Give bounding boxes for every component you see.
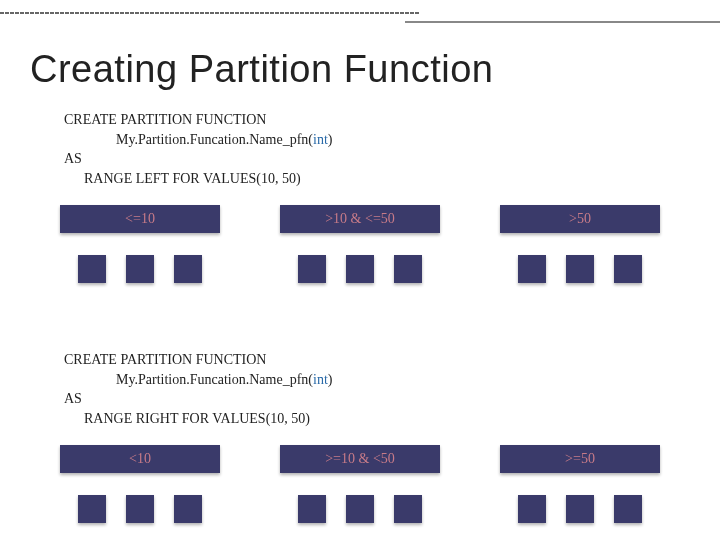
code-text: My.Partition.Funcation.Name_pfn( [116,132,313,147]
range-box: <=10 [60,205,220,233]
range-box: >10 & <=50 [280,205,440,233]
decorative-top-dash [0,12,420,14]
code-text: ) [328,372,333,387]
code-line: RANGE LEFT FOR VALUES(10, 50) [64,169,332,189]
partition-diagram-left: <=10 >10 & <=50 >50 [60,205,660,283]
range-box: >=10 & <50 [280,445,440,473]
code-text: ) [328,132,333,147]
code-block-range-right: CREATE PARTITION FUNCTION My.Partition.F… [64,350,332,428]
code-text: My.Partition.Funcation.Name_pfn( [116,372,313,387]
slide-title: Creating Partition Function [30,48,493,91]
range-box: <10 [60,445,220,473]
range-box: >50 [500,205,660,233]
keyword-int: int [313,132,328,147]
code-line: My.Partition.Funcation.Name_pfn(int) [64,130,332,150]
range-box: >=50 [500,445,660,473]
code-line: CREATE PARTITION FUNCTION [64,110,332,130]
partition-diagram-right: <10 >=10 & <50 >=50 [60,445,660,523]
code-line: AS [64,389,332,409]
code-line: RANGE RIGHT FOR VALUES(10, 50) [64,409,332,429]
code-block-range-left: CREATE PARTITION FUNCTION My.Partition.F… [64,110,332,188]
code-line: CREATE PARTITION FUNCTION [64,350,332,370]
decorative-top-line [405,21,720,23]
keyword-int: int [313,372,328,387]
code-line: AS [64,149,332,169]
code-line: My.Partition.Funcation.Name_pfn(int) [64,370,332,390]
